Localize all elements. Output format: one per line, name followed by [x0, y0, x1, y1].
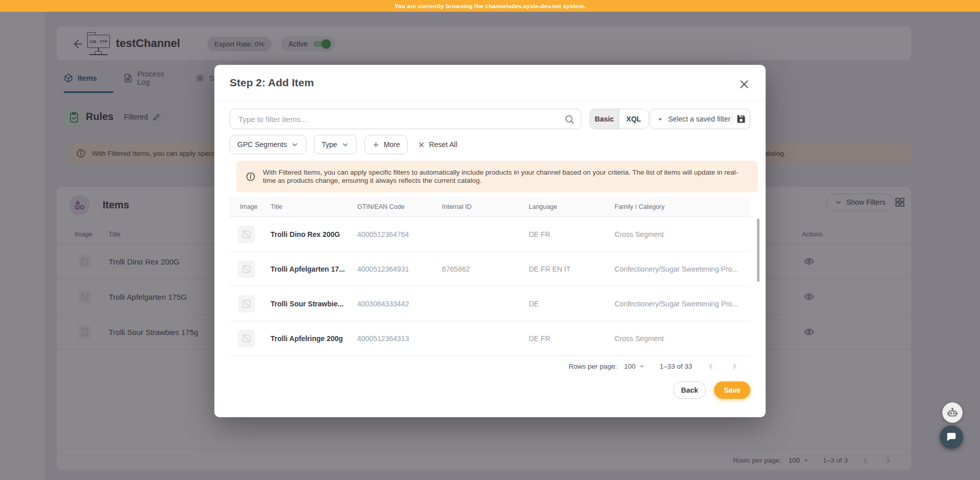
col-gtin: GTIN/EAN Code — [357, 203, 442, 210]
divider — [214, 101, 766, 101]
col-language: Language — [529, 203, 615, 210]
image-placeholder-icon — [238, 260, 255, 278]
image-placeholder-icon — [238, 330, 255, 347]
row-language: DE FR EN IT — [529, 265, 615, 273]
rows-per-page-value: 100 — [624, 363, 636, 370]
dialog-title: Step 2: Add Item — [230, 77, 314, 89]
search-input[interactable] — [230, 109, 581, 129]
row-family: Confectionery/Sugar Sweetening Pro... — [615, 300, 750, 308]
col-title: Title — [271, 203, 357, 210]
type-filter[interactable]: Type — [314, 135, 356, 154]
filter-mode-toggle: Basic XQL — [590, 109, 649, 129]
row-language: DE — [529, 300, 615, 308]
filter-chip-row: GPC Segments Type More — [230, 135, 457, 154]
row-internal-id: 6765862 — [442, 265, 529, 273]
mode-xql-button[interactable]: XQL — [619, 109, 648, 129]
reset-all-label: Reset All — [429, 140, 457, 149]
more-filters-button[interactable]: More — [364, 135, 408, 154]
table-row[interactable]: Trolli Apfelringe 200g 4000512364313 DE … — [230, 321, 750, 356]
row-language: DE FR — [529, 334, 615, 343]
chevron-down-icon — [291, 141, 299, 149]
assistant-robot-button[interactable] — [942, 402, 963, 423]
dialog-footer: Back Save — [214, 381, 766, 399]
item-filter-search — [230, 109, 581, 129]
saved-filter-select: Select a saved filter — [650, 109, 750, 129]
system-environment-banner: You are currently browsing the channelsd… — [0, 0, 980, 12]
gpc-segments-label: GPC Segments — [237, 140, 287, 149]
mode-basic-button[interactable]: Basic — [590, 109, 619, 129]
saved-filter-placeholder[interactable]: Select a saved filter — [668, 115, 732, 123]
save-button[interactable]: Save — [714, 381, 750, 399]
dialog-pagination: Rows per page: 100 1–33 of 33 — [214, 356, 766, 376]
table-row[interactable]: Trolli Dino Rex 200G 4000512364764 DE FR… — [230, 217, 750, 252]
more-filters-label: More — [384, 140, 400, 149]
table-scrollbar[interactable] — [757, 219, 760, 282]
back-button[interactable]: Back — [673, 381, 706, 399]
x-icon — [418, 141, 425, 149]
row-gtin: 4000512364931 — [357, 265, 442, 273]
info-icon — [246, 172, 256, 182]
row-title: Trolli Apfelringe 200g — [271, 334, 357, 343]
row-gtin: 4000512364764 — [357, 230, 442, 238]
image-placeholder-icon — [238, 295, 255, 313]
image-placeholder-icon — [238, 226, 255, 243]
col-family-category: Family / Category — [615, 203, 750, 210]
row-language: DE FR — [529, 230, 615, 238]
row-family: Cross Segment — [615, 230, 750, 238]
item-picker-table: Image Title GTIN/EAN Code Internal ID La… — [230, 197, 750, 356]
row-title: Trolli Sour Strawbie... — [271, 300, 357, 308]
type-filter-label: Type — [322, 140, 337, 149]
item-table-header: Image Title GTIN/EAN Code Internal ID La… — [230, 197, 750, 217]
table-row[interactable]: Trolli Apfelgarten 17... 4000512364931 6… — [230, 252, 750, 286]
add-item-dialog: Step 2: Add Item Basic XQL Select a save… — [214, 65, 766, 417]
caret-down-icon — [639, 363, 645, 370]
rows-per-page-label: Rows per page: — [569, 363, 617, 370]
close-icon[interactable] — [738, 78, 750, 90]
table-row[interactable]: Trolli Sour Strawbie... 4003084333442 DE… — [230, 286, 750, 321]
caret-down-icon — [656, 115, 664, 123]
save-filter-icon[interactable] — [732, 109, 750, 129]
gpc-segments-filter[interactable]: GPC Segments — [230, 135, 306, 154]
row-title: Trolli Dino Rex 200G — [271, 230, 357, 238]
pagination-range: 1–33 of 33 — [659, 363, 692, 370]
row-title: Trolli Apfelgarten 17... — [271, 265, 357, 273]
filtered-items-info-text: With Filtered Items, you can apply speci… — [263, 169, 747, 185]
row-family: Cross Segment — [615, 334, 750, 343]
row-gtin: 4003084333442 — [357, 300, 442, 308]
col-image: Image — [240, 203, 271, 210]
chat-button[interactable] — [940, 425, 963, 449]
search-icon[interactable] — [564, 114, 575, 125]
chevron-down-icon — [341, 141, 349, 149]
rows-per-page-select[interactable]: 100 — [624, 363, 646, 370]
col-internal-id: Internal ID — [442, 203, 529, 210]
plus-icon — [372, 141, 380, 149]
reset-all-button[interactable]: Reset All — [418, 140, 457, 149]
chevron-left-icon[interactable] — [706, 362, 716, 371]
row-family: Confectionery/Sugar Sweetening Pro... — [615, 265, 750, 273]
system-banner-text: You are currently browsing the channelsd… — [395, 3, 586, 9]
filtered-items-info-banner: With Filtered Items, you can apply speci… — [236, 161, 758, 193]
row-gtin: 4000512364313 — [357, 334, 442, 343]
app-stage: You are currently browsing the channelsd… — [0, 0, 980, 480]
chevron-right-icon[interactable] — [730, 362, 739, 371]
